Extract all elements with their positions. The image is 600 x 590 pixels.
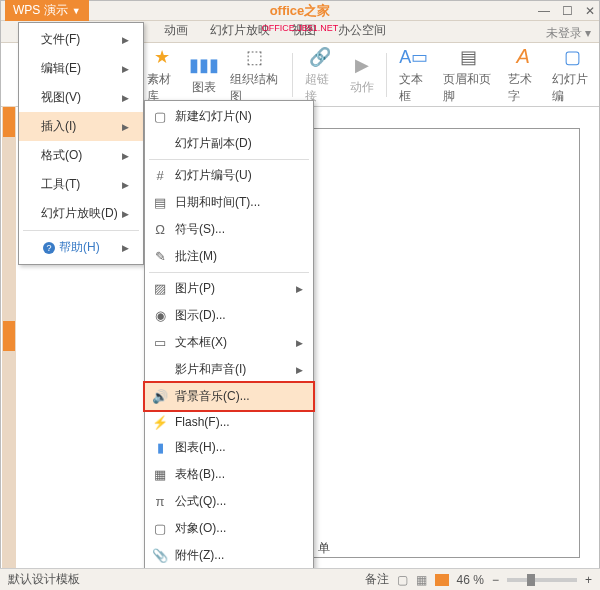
speaker-icon: 🔊 bbox=[152, 389, 168, 405]
diagram-icon: ◉ bbox=[152, 308, 168, 324]
menu-edit[interactable]: 编辑(E)▶ bbox=[19, 54, 143, 83]
submenu-datetime[interactable]: ▤日期和时间(T)... bbox=[145, 189, 313, 216]
wordart-icon: A bbox=[511, 45, 535, 69]
template-label: 默认设计模板 bbox=[8, 571, 80, 588]
zoom-slider[interactable] bbox=[507, 578, 577, 582]
textbox-icon: ▭ bbox=[152, 335, 168, 351]
zoom-out-button[interactable]: − bbox=[492, 573, 499, 587]
title-bar: WPS 演示 ▼ — ☐ ✕ bbox=[1, 1, 599, 21]
chevron-right-icon: ▶ bbox=[122, 122, 129, 132]
ribbon-hyperlink[interactable]: 🔗超链接 bbox=[299, 43, 342, 107]
thumb-marker[interactable] bbox=[3, 107, 15, 137]
minimize-button[interactable]: — bbox=[538, 4, 550, 18]
ribbon-library[interactable]: ★素材库 bbox=[141, 43, 184, 107]
submenu-attachment[interactable]: 📎附件(Z)... bbox=[145, 542, 313, 569]
chart-icon: ▮▮▮ bbox=[192, 53, 216, 77]
menu-slideshow[interactable]: 幻灯片放映(D)▶ bbox=[19, 199, 143, 228]
submenu-diagram[interactable]: ◉图示(D)... bbox=[145, 302, 313, 329]
submenu-duplicate-slide[interactable]: 幻灯片副本(D) bbox=[145, 130, 313, 157]
thumb-marker[interactable] bbox=[3, 321, 15, 351]
tab-animation[interactable]: 动画 bbox=[156, 19, 196, 42]
window-controls: — ☐ ✕ bbox=[538, 4, 595, 18]
separator bbox=[386, 53, 387, 97]
tab-view[interactable]: 视图 bbox=[284, 19, 324, 42]
submenu-picture[interactable]: ▨图片(P)▶ bbox=[145, 275, 313, 302]
insert-submenu: ▢新建幻灯片(N) 幻灯片副本(D) #幻灯片编号(U) ▤日期和时间(T)..… bbox=[144, 100, 314, 590]
picture-icon: ▨ bbox=[152, 281, 168, 297]
separator bbox=[292, 53, 293, 97]
zoom-label[interactable]: 46 % bbox=[457, 573, 484, 587]
submenu-object[interactable]: ▢对象(O)... bbox=[145, 515, 313, 542]
maximize-button[interactable]: ☐ bbox=[562, 4, 573, 18]
calendar-icon: ▤ bbox=[152, 195, 168, 211]
menu-file[interactable]: 文件(F)▶ bbox=[19, 25, 143, 54]
label-single: 单 bbox=[318, 540, 330, 557]
chevron-right-icon: ▶ bbox=[296, 284, 303, 294]
number-icon: # bbox=[152, 168, 168, 184]
app-window: WPS 演示 ▼ — ☐ ✕ office之家 OFFICE.JB51.NET … bbox=[0, 0, 600, 590]
submenu-equation[interactable]: π公式(Q)... bbox=[145, 488, 313, 515]
caret-down-icon: ▼ bbox=[72, 6, 81, 16]
menu-insert[interactable]: 插入(I)▶ bbox=[19, 112, 143, 141]
separator bbox=[23, 230, 139, 231]
object-icon: ▢ bbox=[152, 521, 168, 537]
flash-icon: ⚡ bbox=[152, 414, 168, 430]
ribbon-wordart[interactable]: A艺术字 bbox=[502, 43, 545, 107]
ribbon-org-chart[interactable]: ⬚组织结构图 bbox=[224, 43, 287, 107]
org-chart-icon: ⬚ bbox=[243, 45, 267, 69]
slide-canvas[interactable] bbox=[310, 128, 580, 558]
menu-view[interactable]: 视图(V)▶ bbox=[19, 83, 143, 112]
tab-workspace[interactable]: 办公空间 bbox=[330, 19, 394, 42]
submenu-flash[interactable]: ⚡Flash(F)... bbox=[145, 410, 313, 434]
submenu-table[interactable]: ▦表格(B)... bbox=[145, 461, 313, 488]
app-name-label: WPS 演示 bbox=[13, 2, 68, 19]
chevron-right-icon: ▶ bbox=[122, 35, 129, 45]
menu-help[interactable]: 帮助(H)▶ bbox=[19, 233, 143, 262]
view-sorter-button[interactable]: ▦ bbox=[416, 573, 427, 587]
submenu-symbol[interactable]: Ω符号(S)... bbox=[145, 216, 313, 243]
submenu-movie-sound[interactable]: 影片和声音(I)▶ bbox=[145, 356, 313, 383]
tab-slideshow[interactable]: 幻灯片放映 bbox=[202, 19, 278, 42]
zoom-in-button[interactable]: + bbox=[585, 573, 592, 587]
submenu-new-slide[interactable]: ▢新建幻灯片(N) bbox=[145, 103, 313, 130]
omega-icon: Ω bbox=[152, 222, 168, 238]
star-icon: ★ bbox=[150, 45, 174, 69]
chevron-right-icon: ▶ bbox=[122, 64, 129, 74]
submenu-chart[interactable]: ▮图表(H)... bbox=[145, 434, 313, 461]
table-icon: ▦ bbox=[152, 467, 168, 483]
separator bbox=[149, 159, 309, 160]
menu-tools[interactable]: 工具(T)▶ bbox=[19, 170, 143, 199]
submenu-background-music[interactable]: 🔊背景音乐(C)... bbox=[145, 383, 313, 410]
submenu-slide-number[interactable]: #幻灯片编号(U) bbox=[145, 162, 313, 189]
app-menu-button[interactable]: WPS 演示 ▼ bbox=[5, 0, 89, 21]
status-bar: 默认设计模板 备注 ▢ ▦ 46 % − + bbox=[0, 568, 600, 590]
chevron-right-icon: ▶ bbox=[122, 93, 129, 103]
ribbon-action[interactable]: ▶动作 bbox=[344, 51, 380, 98]
ribbon-header-footer[interactable]: ▤页眉和页脚 bbox=[437, 43, 500, 107]
thumbnail-pane bbox=[2, 106, 16, 568]
chevron-right-icon: ▶ bbox=[122, 243, 129, 253]
login-status[interactable]: 未登录 ▾ bbox=[546, 25, 591, 42]
ribbon-slide-num[interactable]: ▢幻灯片编 bbox=[546, 43, 599, 107]
paperclip-icon: 📎 bbox=[152, 548, 168, 564]
slide-icon: ▢ bbox=[561, 45, 585, 69]
menu-format[interactable]: 格式(O)▶ bbox=[19, 141, 143, 170]
header-footer-icon: ▤ bbox=[456, 45, 480, 69]
view-slideshow-button[interactable] bbox=[435, 574, 449, 586]
chevron-right-icon: ▶ bbox=[122, 151, 129, 161]
pi-icon: π bbox=[152, 494, 168, 510]
ime-label: 备注 bbox=[365, 571, 389, 588]
submenu-comment[interactable]: ✎批注(M) bbox=[145, 243, 313, 270]
new-slide-icon: ▢ bbox=[152, 109, 168, 125]
view-normal-button[interactable]: ▢ bbox=[397, 573, 408, 587]
close-button[interactable]: ✕ bbox=[585, 4, 595, 18]
chevron-right-icon: ▶ bbox=[296, 365, 303, 375]
chart-icon: ▮ bbox=[152, 440, 168, 456]
action-icon: ▶ bbox=[350, 53, 374, 77]
submenu-textbox[interactable]: ▭文本框(X)▶ bbox=[145, 329, 313, 356]
separator bbox=[149, 272, 309, 273]
ribbon-textbox[interactable]: A▭文本框 bbox=[393, 43, 436, 107]
zoom-knob[interactable] bbox=[527, 574, 535, 586]
chevron-right-icon: ▶ bbox=[122, 209, 129, 219]
ribbon-chart[interactable]: ▮▮▮图表 bbox=[186, 51, 222, 98]
